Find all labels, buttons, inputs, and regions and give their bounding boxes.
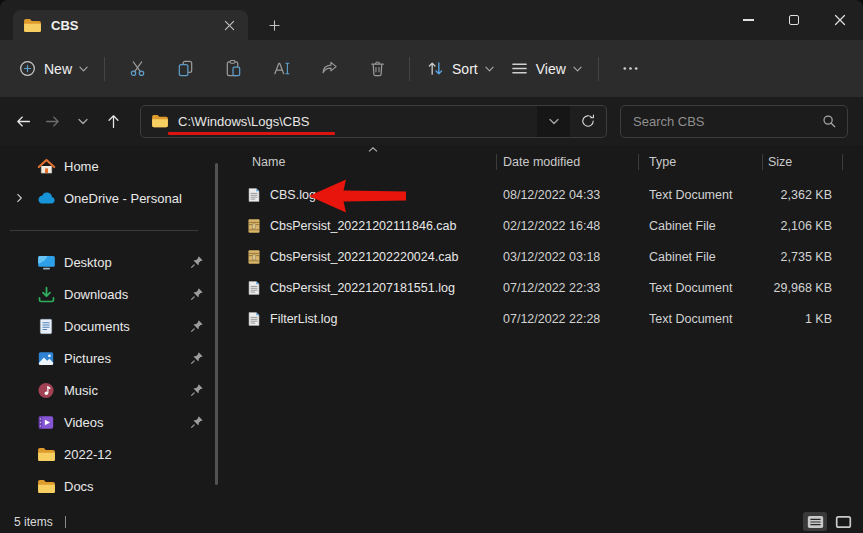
chevron-right-icon[interactable] — [8, 195, 30, 201]
column-divider[interactable] — [638, 154, 639, 170]
column-divider[interactable] — [762, 154, 763, 170]
view-button-label: View — [536, 61, 566, 77]
paste-icon — [224, 59, 243, 78]
chevron-down-icon — [79, 66, 88, 72]
folder-icon — [36, 476, 56, 496]
text-document-icon — [246, 280, 262, 296]
sidebar-item-label: Desktop — [64, 255, 190, 270]
file-name: CbsPersist_20221202111846.cab — [270, 219, 456, 233]
file-date: 07/12/2022 22:28 — [496, 312, 638, 326]
onedrive-cloud-icon — [36, 188, 56, 208]
annotation-red-underline — [168, 132, 335, 135]
table-row-cab-1[interactable]: CbsPersist_20221202111846.cab 02/12/2022… — [230, 210, 863, 241]
details-view-button[interactable] — [803, 512, 827, 531]
file-date: 07/12/2022 22:33 — [496, 281, 638, 295]
column-divider[interactable] — [496, 154, 497, 170]
close-button[interactable] — [817, 0, 863, 40]
address-path[interactable]: C:\Windows\Logs\CBS — [178, 114, 537, 129]
pin-icon — [190, 287, 204, 301]
file-name: CBS.log — [270, 188, 316, 202]
delete-button[interactable] — [358, 52, 396, 86]
share-icon — [320, 59, 339, 78]
paste-button[interactable] — [214, 52, 252, 86]
minimize-button[interactable] — [725, 0, 771, 40]
maximize-button[interactable] — [771, 0, 817, 40]
sort-ascending-caret-icon — [368, 147, 378, 152]
file-type: Cabinet File — [638, 219, 762, 233]
sidebar-item-music[interactable]: Music — [8, 375, 214, 405]
ellipsis-icon — [621, 59, 640, 78]
column-header-type[interactable]: Type — [638, 155, 762, 169]
sort-button[interactable]: Sort — [418, 53, 502, 84]
see-more-button[interactable] — [612, 52, 650, 86]
search-box[interactable] — [620, 105, 848, 138]
folder-icon — [151, 114, 169, 128]
column-header-date-modified[interactable]: Date modified — [496, 155, 638, 169]
sort-button-label: Sort — [452, 61, 478, 77]
sidebar-scrollbar[interactable] — [215, 163, 218, 485]
pin-icon — [190, 351, 204, 365]
file-size: 2,735 KB — [762, 250, 842, 264]
cut-button[interactable] — [118, 52, 156, 86]
sidebar-item-onedrive[interactable]: OneDrive - Personal — [8, 183, 214, 213]
copy-icon — [176, 59, 195, 78]
downloads-icon — [36, 284, 56, 304]
table-row-filterlist-log[interactable]: FilterList.log 07/12/2022 22:28 Text Doc… — [230, 303, 863, 334]
chevron-down-icon — [78, 118, 88, 125]
up-button[interactable] — [98, 106, 128, 136]
sidebar-item-videos[interactable]: Videos — [8, 407, 214, 437]
sidebar-item-downloads[interactable]: Downloads — [8, 279, 214, 309]
details-view-icon — [807, 515, 824, 529]
sidebar-item-docs[interactable]: Docs — [8, 471, 214, 501]
file-explorer-window: CBS New Sort View — [0, 0, 863, 533]
back-button[interactable] — [8, 106, 38, 136]
file-size: 2,106 KB — [762, 219, 842, 233]
forward-button[interactable] — [38, 106, 68, 136]
search-input[interactable] — [633, 114, 821, 129]
table-row-cab-2[interactable]: CbsPersist_20221202220024.cab 03/12/2022… — [230, 241, 863, 272]
new-button-label: New — [44, 61, 72, 77]
refresh-button[interactable] — [570, 106, 606, 137]
table-row-cbs-log[interactable]: CBS.log 08/12/2022 04:33 Text Document 2… — [230, 179, 863, 210]
text-document-icon — [246, 187, 262, 203]
address-bar[interactable]: C:\Windows\Logs\CBS — [140, 105, 607, 138]
recent-locations-button[interactable] — [68, 106, 98, 136]
table-row-cbspersist-log[interactable]: CbsPersist_20221207181551.log 07/12/2022… — [230, 272, 863, 303]
sidebar-item-label: Docs — [64, 479, 214, 494]
file-type: Cabinet File — [638, 250, 762, 264]
sidebar-item-2022-12[interactable]: 2022-12 — [8, 439, 214, 469]
column-headers: Name Date modified Type Size — [230, 148, 863, 175]
copy-button[interactable] — [166, 52, 204, 86]
tab-close-icon[interactable] — [218, 14, 240, 36]
file-size: 2,362 KB — [762, 188, 842, 202]
sidebar-item-documents[interactable]: Documents — [8, 311, 214, 341]
pin-icon — [190, 319, 204, 333]
tab-cbs[interactable]: CBS — [13, 10, 248, 40]
file-date: 02/12/2022 16:48 — [496, 219, 638, 233]
toolbar-divider — [409, 57, 410, 81]
main-area: Home OneDrive - Personal Desktop Downloa… — [0, 145, 863, 510]
folder-icon — [36, 444, 56, 464]
new-tab-button[interactable] — [262, 13, 286, 37]
toolbar-divider — [598, 57, 599, 81]
sidebar-item-pictures[interactable]: Pictures — [8, 343, 214, 373]
search-icon — [821, 113, 837, 129]
rename-button[interactable] — [262, 52, 300, 86]
sidebar-item-label: 2022-12 — [64, 447, 214, 462]
window-controls — [725, 0, 863, 40]
large-icons-view-button[interactable] — [831, 512, 855, 531]
sidebar-item-label: Documents — [64, 319, 190, 334]
videos-icon — [36, 412, 56, 432]
sidebar-item-desktop[interactable]: Desktop — [8, 247, 214, 277]
column-header-size[interactable]: Size — [762, 155, 842, 169]
circle-plus-icon — [18, 59, 37, 78]
new-button[interactable]: New — [10, 53, 96, 84]
view-button[interactable]: View — [502, 53, 590, 84]
column-header-name[interactable]: Name — [230, 155, 496, 169]
share-button[interactable] — [310, 52, 348, 86]
column-divider[interactable] — [842, 154, 843, 170]
navigation-pane: Home OneDrive - Personal Desktop Downloa… — [0, 145, 230, 510]
address-row: C:\Windows\Logs\CBS — [0, 97, 863, 145]
address-dropdown-button[interactable] — [537, 106, 570, 137]
sidebar-item-home[interactable]: Home — [8, 151, 214, 181]
